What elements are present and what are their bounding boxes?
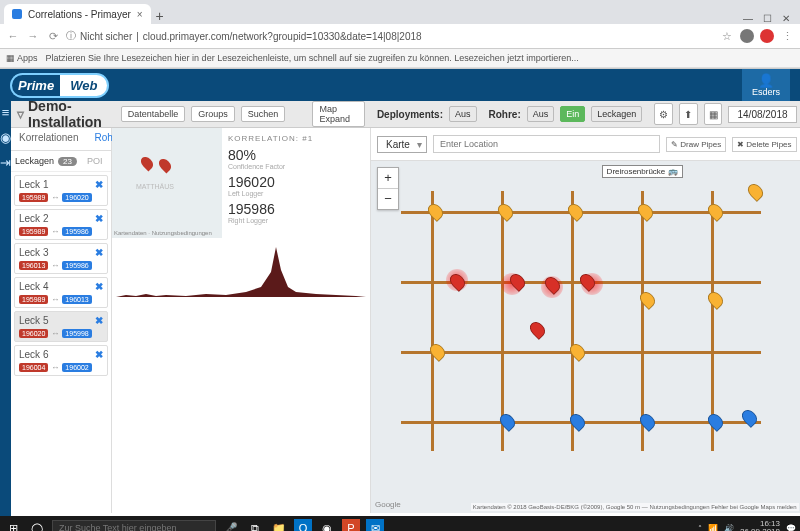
taskview-icon[interactable]: ⧉ bbox=[246, 519, 264, 531]
new-tab-button[interactable]: + bbox=[151, 8, 169, 24]
adblock-icon[interactable] bbox=[760, 29, 774, 43]
filter-leckagen[interactable]: Leckagen bbox=[15, 156, 54, 166]
remove-leak-icon[interactable]: ✖ bbox=[95, 315, 103, 326]
suchen-button[interactable]: Suchen bbox=[241, 106, 286, 122]
arrow-icon: ↔ bbox=[51, 261, 59, 270]
notifications-icon[interactable]: 💬 bbox=[786, 524, 796, 532]
user-menu[interactable]: 👤 Esders bbox=[742, 69, 790, 101]
marker-blue-icon[interactable] bbox=[705, 411, 726, 432]
export-icon[interactable]: ⇥ bbox=[0, 155, 11, 170]
leak-item[interactable]: Leck 6✖196004↔196002 bbox=[14, 345, 108, 376]
mini-map[interactable]: MATTHÄUS Kartendaten · Nutzungsbedingung… bbox=[112, 128, 222, 238]
insecure-icon: ⓘ bbox=[66, 29, 76, 43]
logger-badge-b: 195986 bbox=[62, 227, 91, 236]
draw-pipes-button[interactable]: ✎ Draw Pipes bbox=[666, 137, 726, 152]
location-input[interactable] bbox=[433, 135, 660, 153]
close-window-icon[interactable]: ✕ bbox=[782, 13, 790, 24]
leckagen-toggle[interactable]: Leckagen bbox=[591, 106, 642, 122]
district-label: MATTHÄUS bbox=[136, 183, 174, 190]
globe-icon[interactable]: ◉ bbox=[0, 130, 11, 145]
remove-leak-icon[interactable]: ✖ bbox=[95, 349, 103, 360]
marker-yellow-icon[interactable] bbox=[565, 201, 586, 222]
arrow-icon: ↔ bbox=[51, 227, 59, 236]
remove-leak-icon[interactable]: ✖ bbox=[95, 179, 103, 190]
map-type-select[interactable]: Karte bbox=[377, 136, 427, 153]
cortana-icon[interactable]: ◯ bbox=[28, 519, 46, 531]
marker-yellow-icon[interactable] bbox=[745, 181, 766, 202]
map-expand-button[interactable]: Map Expand bbox=[312, 101, 364, 127]
groups-button[interactable]: Groups bbox=[191, 106, 235, 122]
minimize-icon[interactable]: — bbox=[743, 13, 753, 24]
omnibox[interactable]: ⓘ Nicht sicher | cloud.primayer.com/netw… bbox=[66, 29, 714, 43]
leak-item[interactable]: Leck 2✖195989↔195986 bbox=[14, 209, 108, 240]
apps-shortcut[interactable]: ▦ Apps bbox=[6, 53, 38, 63]
street-banner: Dreirosenbrücke 🚌 bbox=[602, 165, 683, 178]
leak-item[interactable]: Leck 1✖195989↔196020 bbox=[14, 175, 108, 206]
logo[interactable]: Prime Web bbox=[10, 73, 109, 98]
tray-up-icon[interactable]: ˄ bbox=[698, 524, 702, 532]
arrow-icon: ↔ bbox=[51, 329, 59, 338]
marker-yellow-icon[interactable] bbox=[705, 201, 726, 222]
remove-leak-icon[interactable]: ✖ bbox=[95, 247, 103, 258]
deployments-toggle[interactable]: Aus bbox=[449, 106, 477, 122]
chrome-icon[interactable]: ◉ bbox=[318, 519, 336, 531]
leak-item[interactable]: Leck 4✖195989↔196013 bbox=[14, 277, 108, 308]
calendar-icon[interactable]: ▦ bbox=[704, 103, 723, 125]
right-logger-value: 195986 bbox=[228, 201, 364, 217]
outlook2-icon[interactable]: ✉ bbox=[366, 519, 384, 531]
extension-icon[interactable] bbox=[740, 29, 754, 43]
leak-item[interactable]: Leck 5✖196020↔195998 bbox=[14, 311, 108, 342]
leak-item[interactable]: Leck 3✖196013↔195986 bbox=[14, 243, 108, 274]
address-bar: ← → ⟳ ⓘ Nicht sicher | cloud.primayer.co… bbox=[0, 24, 800, 49]
url-text: cloud.primayer.com/network?groupid=10330… bbox=[143, 31, 422, 42]
marker-yellow-icon[interactable] bbox=[495, 201, 516, 222]
marker-yellow-icon[interactable] bbox=[705, 289, 726, 310]
date-field[interactable]: 14/08/2018 bbox=[728, 106, 796, 123]
upload-icon[interactable]: ⬆ bbox=[679, 103, 698, 125]
taskbar-search[interactable] bbox=[52, 520, 216, 531]
tab-korrelationen[interactable]: Korrelationen bbox=[11, 128, 86, 150]
map-canvas[interactable]: + − Dreirosenbrücke 🚌 bbox=[371, 161, 800, 513]
tab-title: Correlations - Primayer bbox=[28, 9, 131, 20]
marker-yellow-icon[interactable] bbox=[425, 201, 446, 222]
star-icon[interactable]: ☆ bbox=[720, 29, 734, 43]
rohre-aus[interactable]: Aus bbox=[527, 106, 555, 122]
zoom-in-button[interactable]: + bbox=[378, 168, 398, 189]
datentabelle-button[interactable]: Datentabelle bbox=[121, 106, 186, 122]
logger-badge-b: 196020 bbox=[62, 193, 91, 202]
arrow-icon: ↔ bbox=[51, 363, 59, 372]
mini-map-credit: Kartendaten · Nutzungsbedingungen bbox=[114, 230, 212, 236]
gear-icon[interactable]: ⚙ bbox=[654, 103, 673, 125]
start-icon[interactable]: ⊞ bbox=[4, 519, 22, 531]
zoom-out-button[interactable]: − bbox=[378, 189, 398, 209]
filter-poi[interactable]: POI bbox=[87, 156, 103, 166]
remove-leak-icon[interactable]: ✖ bbox=[95, 281, 103, 292]
explorer-icon[interactable]: 📁 bbox=[270, 519, 288, 531]
menu-icon[interactable]: ⋮ bbox=[780, 29, 794, 43]
outlook-icon[interactable]: O bbox=[294, 519, 312, 531]
arrow-icon: ↔ bbox=[51, 193, 59, 202]
forward-icon[interactable]: → bbox=[26, 29, 40, 43]
network-icon[interactable]: 📶 bbox=[708, 524, 718, 532]
volume-icon[interactable]: 🔊 bbox=[724, 524, 734, 532]
menu-icon[interactable]: ≡ bbox=[2, 105, 10, 120]
filter-row: Leckagen 23 POI bbox=[11, 151, 111, 172]
rohre-ein[interactable]: Ein bbox=[560, 106, 585, 122]
marker-blue-icon[interactable] bbox=[739, 407, 760, 428]
browser-tab[interactable]: Correlations - Primayer × bbox=[4, 4, 151, 24]
delete-pipes-button[interactable]: ✖ Delete Pipes bbox=[732, 137, 796, 152]
marker-yellow-icon[interactable] bbox=[635, 201, 656, 222]
mic-icon[interactable]: 🎤 bbox=[222, 519, 240, 531]
reload-icon[interactable]: ⟳ bbox=[46, 29, 60, 43]
powerpoint-icon[interactable]: P bbox=[342, 519, 360, 531]
tray[interactable]: ˄ 📶 🔊 16:13 26.09.2018 💬 bbox=[698, 520, 796, 531]
maximize-icon[interactable]: ☐ bbox=[763, 13, 772, 24]
leak-name: Leck 6 bbox=[19, 349, 48, 360]
close-tab-icon[interactable]: × bbox=[137, 9, 143, 20]
logger-badge-a: 195989 bbox=[19, 193, 48, 202]
logo-web: Web bbox=[60, 73, 109, 98]
leak-name: Leck 1 bbox=[19, 179, 48, 190]
back-icon[interactable]: ← bbox=[6, 29, 20, 43]
marker-red-icon[interactable] bbox=[527, 319, 548, 340]
remove-leak-icon[interactable]: ✖ bbox=[95, 213, 103, 224]
